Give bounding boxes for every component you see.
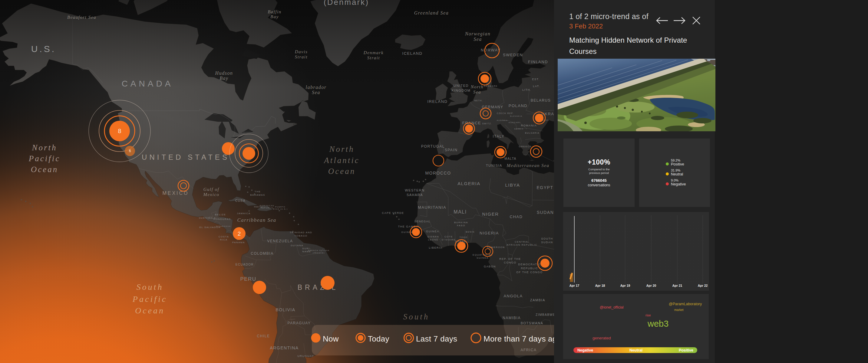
svg-text:Ocean: Ocean bbox=[135, 306, 165, 315]
svg-text:Greenland Sea: Greenland Sea bbox=[414, 10, 449, 15]
svg-text:Baffin: Baffin bbox=[268, 9, 282, 14]
svg-text:FRENCH GUYANA: FRENCH GUYANA bbox=[308, 250, 330, 252]
svg-text:COTE: COTE bbox=[444, 235, 453, 238]
svg-text:TOBAGO: TOBAGO bbox=[294, 234, 307, 237]
svg-text:BAHAMAS: BAHAMAS bbox=[250, 194, 265, 196]
svg-text:MOROCCO: MOROCCO bbox=[425, 171, 451, 175]
svg-text:GUINEA: GUINEA bbox=[476, 257, 489, 259]
svg-text:U.S.: U.S. bbox=[31, 44, 56, 54]
svg-text:GABON: GABON bbox=[484, 265, 496, 268]
svg-text:BURKINA: BURKINA bbox=[454, 221, 468, 224]
svg-text:BELIZE: BELIZE bbox=[215, 213, 226, 216]
svg-text:CANADA: CANADA bbox=[122, 79, 174, 88]
svg-text:Last 7 days: Last 7 days bbox=[416, 334, 457, 343]
svg-text:NAMIBIA: NAMIBIA bbox=[503, 316, 521, 320]
svg-text:GREECE: GREECE bbox=[519, 145, 532, 148]
svg-text:LEONE: LEONE bbox=[428, 238, 439, 241]
svg-text:2: 2 bbox=[238, 231, 241, 237]
svg-text:LIBERIA: LIBERIA bbox=[429, 246, 442, 249]
svg-text:Bay: Bay bbox=[219, 76, 228, 81]
svg-text:SOUTH: SOUTH bbox=[541, 237, 553, 240]
svg-text:CHAD: CHAD bbox=[510, 214, 523, 219]
svg-text:ICELAND: ICELAND bbox=[402, 51, 423, 56]
svg-text:BELARUS: BELARUS bbox=[531, 98, 551, 103]
svg-text:NICARAGUA: NICARAGUA bbox=[216, 225, 231, 227]
svg-text:Denmark: Denmark bbox=[363, 50, 383, 55]
svg-text:WESTERN: WESTERN bbox=[405, 189, 425, 192]
svg-text:North: North bbox=[31, 143, 57, 152]
svg-text:MALI: MALI bbox=[454, 209, 467, 214]
svg-text:GUINEA: GUINEA bbox=[401, 231, 413, 234]
svg-text:MALTA: MALTA bbox=[504, 157, 516, 160]
svg-text:Mexico: Mexico bbox=[203, 192, 219, 197]
svg-text:Norwegian: Norwegian bbox=[465, 31, 491, 37]
svg-text:ZIMBABWE: ZIMBABWE bbox=[535, 313, 555, 317]
svg-text:REPUBLIC: REPUBLIC bbox=[521, 267, 538, 270]
svg-text:URUGUAY: URUGUAY bbox=[298, 355, 314, 358]
svg-text:REPUBLIC: REPUBLIC bbox=[261, 207, 273, 209]
svg-text:Bay: Bay bbox=[270, 14, 279, 19]
svg-text:GUYANA: GUYANA bbox=[291, 244, 303, 247]
svg-text:UNITED: UNITED bbox=[454, 84, 469, 88]
svg-text:CHILE: CHILE bbox=[257, 334, 270, 338]
svg-text:Ocean: Ocean bbox=[328, 167, 355, 176]
svg-text:Apr 21: Apr 21 bbox=[673, 284, 682, 287]
svg-text:PERU: PERU bbox=[240, 276, 256, 282]
svg-text:Sea: Sea bbox=[473, 90, 481, 94]
svg-text:GUINEA: GUINEA bbox=[426, 230, 439, 233]
svg-text:PARAGUAY: PARAGUAY bbox=[288, 321, 311, 325]
svg-text:CONGO: CONGO bbox=[504, 261, 517, 264]
svg-text:(FRANCE): (FRANCE) bbox=[313, 252, 325, 254]
svg-text:Strait: Strait bbox=[295, 55, 308, 59]
svg-text:LIBYA: LIBYA bbox=[505, 183, 520, 188]
svg-text:Sea: Sea bbox=[312, 90, 320, 95]
svg-text:Today: Today bbox=[368, 334, 389, 343]
svg-text:Pacific: Pacific bbox=[132, 294, 167, 304]
svg-text:OF THE CONGO: OF THE CONGO bbox=[516, 271, 542, 274]
svg-text:Now: Now bbox=[323, 334, 339, 343]
svg-text:North: North bbox=[329, 144, 354, 154]
svg-text:ALGERIA: ALGERIA bbox=[458, 181, 480, 186]
svg-text:COLOMBIA: COLOMBIA bbox=[251, 252, 273, 256]
svg-text:SPAIN: SPAIN bbox=[445, 148, 458, 152]
svg-text:CENTRAL: CENTRAL bbox=[515, 240, 529, 243]
svg-text:Gulf of: Gulf of bbox=[204, 187, 219, 192]
svg-text:Ocean: Ocean bbox=[31, 165, 58, 174]
svg-text:Apr 22: Apr 22 bbox=[698, 284, 708, 287]
svg-text:SAHARA: SAHARA bbox=[407, 193, 423, 197]
svg-text:8: 8 bbox=[118, 128, 121, 134]
svg-text:NETH.: NETH. bbox=[474, 100, 483, 102]
svg-text:ECUADOR: ECUADOR bbox=[236, 263, 254, 266]
svg-text:CUBA: CUBA bbox=[235, 199, 246, 202]
svg-text:NIGERIA: NIGERIA bbox=[479, 231, 499, 235]
svg-text:DOMINICAN: DOMINICAN bbox=[260, 205, 274, 207]
svg-text:SUDAN: SUDAN bbox=[541, 241, 553, 244]
svg-text:GERMANY: GERMANY bbox=[482, 105, 503, 109]
svg-text:PANAMA: PANAMA bbox=[232, 241, 245, 244]
svg-text:CZECH REP.: CZECH REP. bbox=[497, 112, 514, 114]
svg-text:ITALY: ITALY bbox=[493, 134, 504, 138]
svg-text:ZAMBIA: ZAMBIA bbox=[530, 298, 545, 302]
svg-text:SLOVAKIA: SLOVAKIA bbox=[510, 115, 522, 117]
svg-text:POLAND: POLAND bbox=[508, 103, 527, 108]
svg-text:ANGOLA: ANGOLA bbox=[503, 294, 523, 298]
svg-text:More than 7 days ago: More than 7 days ago bbox=[484, 334, 562, 343]
svg-text:Apr 17: Apr 17 bbox=[569, 284, 580, 287]
svg-text:ROMANIA: ROMANIA bbox=[521, 124, 537, 127]
svg-text:Davis: Davis bbox=[294, 49, 308, 54]
svg-text:EST.: EST. bbox=[532, 78, 539, 81]
svg-text:AUSTRIA: AUSTRIA bbox=[497, 120, 508, 121]
svg-text:Hudson: Hudson bbox=[215, 70, 233, 76]
svg-text:TOGO: TOGO bbox=[460, 236, 467, 238]
svg-text:KINGDOM: KINGDOM bbox=[452, 89, 470, 92]
svg-text:EGYPT: EGYPT bbox=[537, 185, 553, 190]
svg-text:labrador: labrador bbox=[306, 85, 327, 90]
svg-text:NORWAY: NORWAY bbox=[481, 48, 501, 52]
svg-text:HUNGARY: HUNGARY bbox=[508, 122, 521, 124]
svg-text:Strait: Strait bbox=[367, 55, 380, 60]
svg-text:IRELAND: IRELAND bbox=[428, 99, 448, 104]
svg-text:ARGENTINA: ARGENTINA bbox=[270, 345, 299, 350]
svg-text:South: South bbox=[403, 312, 430, 321]
svg-text:TUNISIA: TUNISIA bbox=[486, 164, 502, 167]
svg-text:Pacific: Pacific bbox=[28, 154, 60, 163]
